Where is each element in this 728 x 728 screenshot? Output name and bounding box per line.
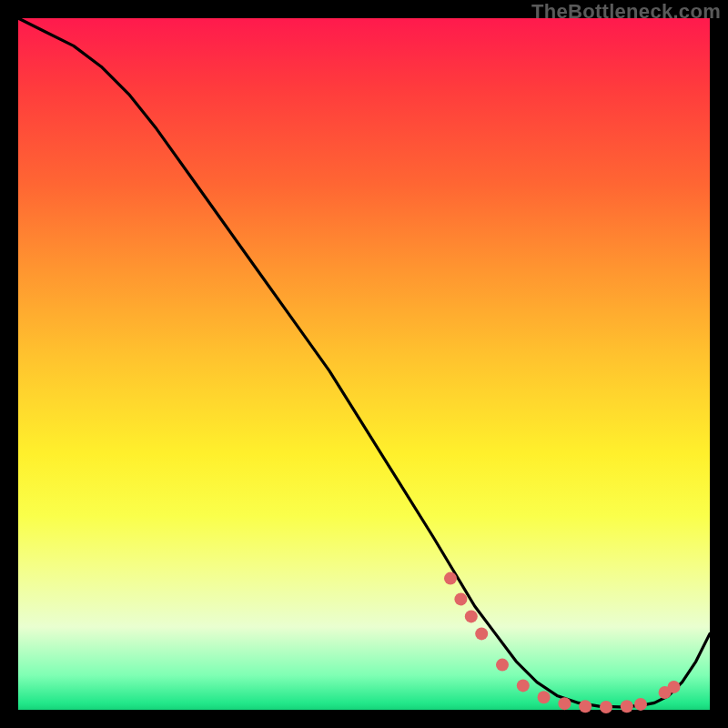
chart-svg: [18, 18, 710, 710]
curve-line: [18, 18, 710, 707]
curve-marker: [454, 592, 467, 605]
curve-marker: [538, 691, 551, 703]
curve-marker: [465, 610, 478, 622]
curve-marker: [600, 701, 612, 713]
curve-marker: [621, 700, 633, 713]
curve-marker: [496, 659, 509, 672]
curve-marker: [634, 698, 647, 711]
curve-marker: [579, 700, 592, 713]
curve-marker: [444, 572, 457, 585]
chart-frame: TheBottleneck.com: [0, 0, 728, 728]
curve-marker: [667, 681, 680, 693]
attribution-label: TheBottleneck.com: [531, 0, 721, 24]
curve-marker: [517, 679, 530, 692]
curve-markers: [444, 572, 680, 713]
curve-marker: [475, 627, 488, 640]
plot-area: [18, 18, 710, 710]
curve-marker: [558, 697, 571, 710]
